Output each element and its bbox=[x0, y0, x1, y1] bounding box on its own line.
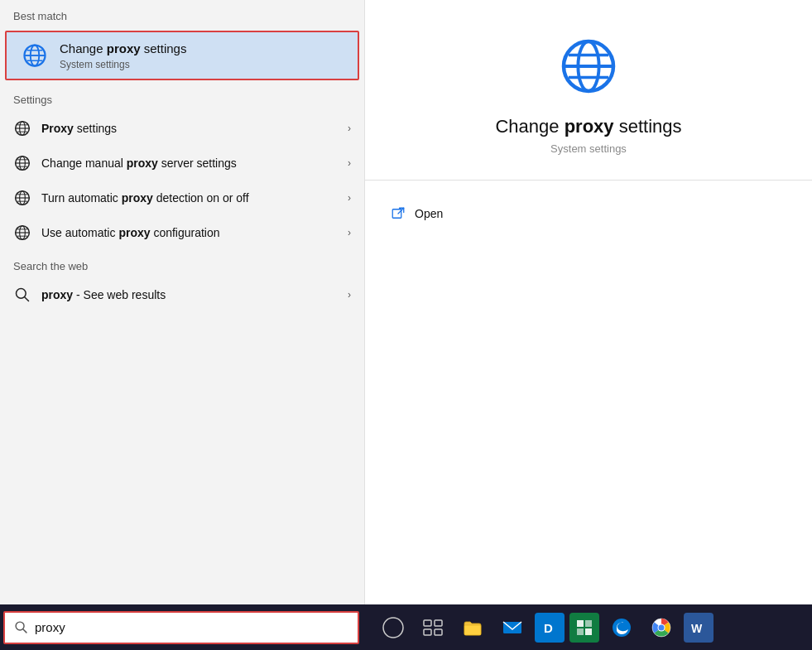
taskbar-edge-icon[interactable] bbox=[604, 610, 639, 645]
svg-point-51 bbox=[659, 624, 665, 630]
settings-text-auto: Turn automatic proxy detection on or off bbox=[41, 190, 341, 206]
svg-rect-41 bbox=[464, 625, 481, 635]
settings-text-proxy: Proxy settings bbox=[41, 121, 341, 137]
taskbar-mail-icon[interactable] bbox=[495, 610, 530, 645]
open-link[interactable]: Open bbox=[365, 197, 812, 230]
chevron-icon: › bbox=[348, 157, 351, 169]
settings-text-manual: Change manual proxy server settings bbox=[41, 156, 341, 171]
settings-item-auto-detect[interactable]: Turn automatic proxy detection on or off… bbox=[0, 181, 364, 215]
globe-icon bbox=[20, 41, 50, 70]
detail-panel: Change proxy settings System settings Op… bbox=[364, 0, 812, 604]
svg-rect-37 bbox=[424, 620, 431, 626]
detail-title: Change proxy settings bbox=[495, 116, 681, 137]
svg-rect-40 bbox=[435, 629, 442, 635]
web-query-text: proxy - See web results bbox=[41, 288, 341, 301]
detail-globe-icon bbox=[555, 33, 622, 99]
settings-text-config: Use automatic proxy configuration bbox=[41, 225, 341, 241]
settings-item-manual-proxy[interactable]: Change manual proxy server settings › bbox=[0, 146, 364, 181]
svg-point-36 bbox=[383, 618, 403, 638]
globe-icon-config bbox=[13, 224, 31, 242]
divider bbox=[365, 180, 812, 181]
chevron-icon: › bbox=[348, 123, 351, 134]
svg-rect-46 bbox=[577, 628, 584, 635]
chevron-icon: › bbox=[348, 227, 351, 238]
settings-item-auto-config[interactable]: Use automatic proxy configuration › bbox=[0, 215, 364, 250]
svg-rect-39 bbox=[424, 629, 431, 635]
taskbar-search-bar[interactable]: proxy bbox=[3, 611, 359, 644]
search-icon-web bbox=[13, 286, 31, 304]
taskbar: proxy bbox=[0, 604, 812, 650]
taskbar-app-icons: D bbox=[368, 610, 812, 645]
best-match-label: Best match bbox=[0, 0, 364, 27]
svg-rect-38 bbox=[435, 620, 442, 626]
taskbar-taskview-icon[interactable] bbox=[416, 610, 450, 645]
detail-subtitle: System settings bbox=[550, 142, 627, 155]
best-match-subtitle: System settings bbox=[60, 59, 186, 70]
svg-rect-44 bbox=[577, 620, 584, 627]
open-external-icon bbox=[390, 205, 406, 222]
best-match-title: Change proxy settings bbox=[60, 41, 186, 57]
globe-icon-auto bbox=[13, 189, 31, 207]
search-results-panel: Best match Change proxy settings System … bbox=[0, 0, 364, 604]
best-match-item[interactable]: Change proxy settings System settings bbox=[5, 31, 359, 80]
svg-rect-32 bbox=[392, 209, 401, 219]
settings-item-proxy[interactable]: Proxy settings › bbox=[0, 111, 364, 146]
open-label: Open bbox=[415, 207, 443, 220]
taskbar-chrome-icon[interactable] bbox=[644, 610, 679, 645]
chevron-icon-web: › bbox=[348, 289, 351, 301]
globe-icon-manual bbox=[13, 154, 31, 172]
taskbar-search-icon bbox=[13, 620, 28, 635]
svg-text:W: W bbox=[691, 622, 703, 635]
taskbar-file-explorer-icon[interactable] bbox=[455, 610, 490, 645]
svg-text:D: D bbox=[544, 621, 553, 635]
taskbar-search-value[interactable]: proxy bbox=[35, 620, 349, 634]
web-search-label: Search the web bbox=[0, 250, 364, 277]
taskbar-app1-icon[interactable] bbox=[569, 613, 599, 643]
chevron-icon: › bbox=[348, 192, 351, 204]
taskbar-word-icon[interactable]: W bbox=[684, 613, 714, 643]
settings-label: Settings bbox=[0, 84, 364, 111]
svg-line-26 bbox=[25, 297, 29, 301]
web-search-item[interactable]: proxy - See web results › bbox=[0, 277, 364, 312]
taskbar-dell-icon[interactable]: D bbox=[535, 613, 565, 643]
taskbar-search-button[interactable] bbox=[376, 610, 411, 645]
svg-rect-47 bbox=[585, 628, 592, 635]
globe-icon-proxy bbox=[13, 119, 31, 137]
svg-line-35 bbox=[22, 629, 26, 633]
svg-rect-45 bbox=[585, 620, 592, 627]
